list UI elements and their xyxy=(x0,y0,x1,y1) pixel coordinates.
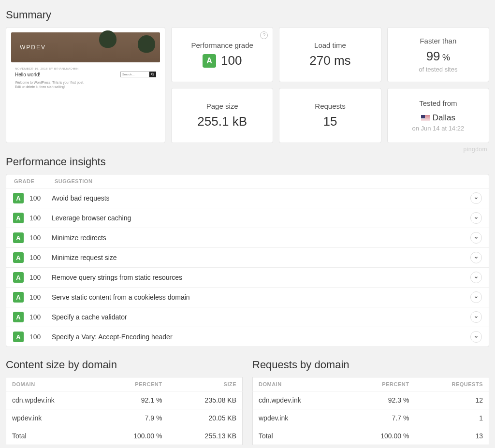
plant-decor-icon xyxy=(99,30,116,48)
metric-unit: % xyxy=(442,53,450,62)
metric-label: Faster than xyxy=(420,37,456,45)
metric-performance-grade: ? Performance grade A 100 xyxy=(171,27,273,82)
chevron-down-icon[interactable] xyxy=(470,291,482,303)
insight-suggestion: Minimize redirects xyxy=(52,234,470,242)
cell-percent: 100.00 % xyxy=(99,427,168,445)
th-percent: PERCENT xyxy=(346,377,415,391)
insight-suggestion: Specify a Vary: Accept-Encoding header xyxy=(52,333,470,341)
chevron-down-icon[interactable] xyxy=(470,311,482,323)
metric-value: 15 xyxy=(323,114,337,129)
insight-row[interactable]: A100Minimize request size xyxy=(6,248,489,268)
insight-row[interactable]: A100Minimize redirects xyxy=(6,228,489,248)
grade-badge: A xyxy=(13,213,24,223)
help-icon[interactable]: ? xyxy=(260,31,268,39)
cell-domain: cdn.wpdev.ink xyxy=(253,391,346,409)
insight-score: 100 xyxy=(24,293,52,301)
cell-domain: cdn.wpdev.ink xyxy=(6,391,99,409)
insight-row[interactable]: A100Avoid bad requests xyxy=(6,188,489,208)
chevron-down-icon[interactable] xyxy=(470,252,482,263)
cell-domain: wpdev.ink xyxy=(6,409,99,427)
cell-percent: 100.00 % xyxy=(346,427,415,445)
us-flag-icon xyxy=(421,115,430,121)
insights-table: GRADE SUGGESTION A100Avoid bad requestsA… xyxy=(6,174,489,347)
insight-score: 100 xyxy=(24,214,52,222)
insight-row[interactable]: A100Leverage browser caching xyxy=(6,208,489,228)
chevron-down-icon[interactable] xyxy=(470,212,482,224)
th-size: SIZE xyxy=(168,377,242,391)
cell-requests: 1 xyxy=(415,409,489,427)
table-row: cdn.wpdev.ink92.1 %235.08 KB xyxy=(6,391,243,409)
cell-size: 235.08 KB xyxy=(168,391,242,409)
metric-faster-than: Faster than 99 % of tested sites xyxy=(387,27,489,82)
insight-row[interactable]: A100Specify a Vary: Accept-Encoding head… xyxy=(6,327,489,347)
insight-row[interactable]: A100Specify a cache validator xyxy=(6,307,489,327)
grade-badge: A xyxy=(13,332,24,342)
metric-tested-from: Tested from Dallas on Jun 14 at 14:22 xyxy=(387,88,489,143)
cell-percent: 7.9 % xyxy=(99,409,168,427)
search-icon[interactable] xyxy=(149,72,156,77)
metric-page-size: Page size 255.1 kB xyxy=(171,88,273,143)
pingdom-watermark: pingdom xyxy=(6,146,487,153)
metric-label: Tested from xyxy=(419,99,457,107)
metric-label: Requests xyxy=(315,102,345,110)
content-size-table: DOMAIN PERCENT SIZE cdn.wpdev.ink92.1 %2… xyxy=(6,377,243,445)
cell-domain: wpdev.ink xyxy=(253,409,346,427)
th-domain: DOMAIN xyxy=(253,377,346,391)
chevron-down-icon[interactable] xyxy=(470,232,482,244)
cell-percent: 7.7 % xyxy=(346,409,415,427)
requests-by-domain-title: Requests by domain xyxy=(252,359,489,371)
svg-line-1 xyxy=(153,75,154,76)
grade-badge: A xyxy=(13,252,24,263)
cell-requests: 13 xyxy=(415,427,489,445)
insights-header-grade: GRADE xyxy=(14,178,55,184)
metric-value: 255.1 kB xyxy=(197,114,247,129)
chevron-down-icon[interactable] xyxy=(470,331,482,343)
preview-search-input[interactable] xyxy=(120,72,149,77)
insights-header-suggestion: SUGGESTION xyxy=(55,178,92,184)
insight-score: 100 xyxy=(24,313,52,321)
insight-row[interactable]: A100Serve static content from a cookiele… xyxy=(6,288,489,307)
th-percent: PERCENT xyxy=(99,377,168,391)
metric-label: Load time xyxy=(314,41,346,49)
metric-value: 270 ms xyxy=(309,53,350,68)
preview-banner: WPDEV xyxy=(11,32,160,62)
preview-post-meta: NOVEMBER 19, 2018 BY BRIANLI/ADMIN xyxy=(15,67,156,70)
insight-suggestion: Avoid bad requests xyxy=(52,194,470,202)
site-preview-card: WPDEV NOVEMBER 19, 2018 BY BRIANLI/ADMIN… xyxy=(6,27,165,143)
grade-badge: A xyxy=(13,272,24,283)
th-requests: REQUESTS xyxy=(415,377,489,391)
insights-title: Performance insights xyxy=(6,156,489,168)
metric-sublabel: of tested sites xyxy=(419,66,457,73)
insight-score: 100 xyxy=(24,234,52,242)
grade-badge: A xyxy=(13,312,24,322)
table-row: Total100.00 %13 xyxy=(253,427,489,445)
grade-badge: A xyxy=(203,54,216,68)
cell-percent: 92.3 % xyxy=(346,391,415,409)
table-row: wpdev.ink7.7 %1 xyxy=(253,409,489,427)
cell-domain: Total xyxy=(253,427,346,445)
grade-badge: A xyxy=(13,193,24,203)
chevron-down-icon[interactable] xyxy=(470,272,482,283)
insight-row[interactable]: A100Remove query strings from static res… xyxy=(6,268,489,288)
table-row: Total100.00 %255.13 KB xyxy=(6,427,243,445)
metric-label: Performance grade xyxy=(191,41,253,49)
cell-size: 20.05 KB xyxy=(168,409,242,427)
cell-requests: 12 xyxy=(415,391,489,409)
requests-by-domain-table: DOMAIN PERCENT REQUESTS cdn.wpdev.ink92.… xyxy=(252,377,489,445)
summary-title: Summary xyxy=(6,9,489,21)
insight-suggestion: Serve static content from a cookieless d… xyxy=(52,293,470,301)
cell-domain: Total xyxy=(6,427,99,445)
table-row: wpdev.ink7.9 %20.05 KB xyxy=(6,409,243,427)
chevron-down-icon[interactable] xyxy=(470,192,482,204)
content-size-title: Content size by domain xyxy=(6,359,243,371)
tested-timestamp: on Jun 14 at 14:22 xyxy=(412,125,464,132)
preview-site-title: WPDEV xyxy=(20,44,46,51)
tested-location: Dallas xyxy=(433,113,455,123)
insight-score: 100 xyxy=(24,254,52,261)
plant-decor-icon xyxy=(138,35,155,53)
preview-excerpt: Welcome to WordPress. This is your first… xyxy=(15,80,87,89)
insight-suggestion: Remove query strings from static resourc… xyxy=(52,274,470,281)
th-domain: DOMAIN xyxy=(6,377,99,391)
metric-value: 100 xyxy=(221,53,242,68)
metric-requests: Requests 15 xyxy=(279,88,381,143)
